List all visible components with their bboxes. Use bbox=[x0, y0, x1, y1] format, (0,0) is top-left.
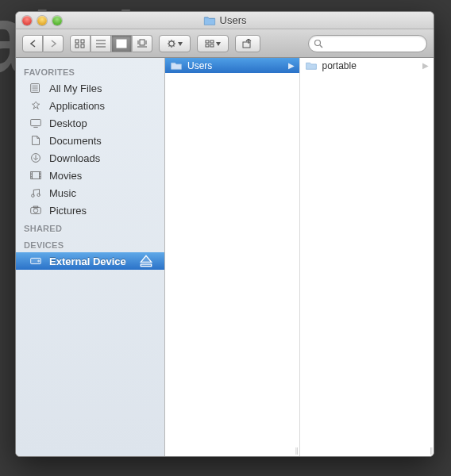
svg-rect-25 bbox=[206, 44, 209, 47]
view-icons-button[interactable] bbox=[70, 35, 91, 52]
finder-window: Users bbox=[15, 11, 434, 457]
search-icon bbox=[314, 39, 323, 48]
view-columns-button[interactable] bbox=[111, 35, 132, 52]
folder-icon bbox=[305, 60, 318, 71]
folder-label: Users bbox=[187, 60, 212, 71]
svg-rect-51 bbox=[141, 264, 151, 267]
svg-rect-34 bbox=[31, 120, 41, 126]
view-list-button[interactable] bbox=[91, 35, 111, 52]
arrange-icon bbox=[204, 39, 222, 48]
chevron-right-icon: ▶ bbox=[422, 61, 429, 70]
gear-icon bbox=[166, 39, 183, 48]
action-group bbox=[159, 35, 191, 52]
window-title-text: Users bbox=[220, 14, 247, 26]
sidebar-item-label: Downloads bbox=[49, 152, 100, 164]
svg-line-19 bbox=[169, 40, 170, 41]
minimize-button[interactable] bbox=[37, 16, 47, 25]
sidebar-item-external-device[interactable]: External Device bbox=[16, 252, 164, 270]
svg-point-47 bbox=[33, 209, 37, 213]
folder-label: portable bbox=[322, 60, 357, 71]
sidebar-item-label: Movies bbox=[49, 170, 82, 182]
svg-line-22 bbox=[169, 45, 170, 46]
view-coverflow-button[interactable] bbox=[132, 35, 152, 52]
list-icon bbox=[95, 39, 106, 48]
sidebar: FAVORITES All My Files Applications Desk… bbox=[16, 58, 165, 456]
action-menu-button[interactable] bbox=[159, 35, 191, 52]
column-2[interactable]: portable ▶ || bbox=[300, 58, 434, 456]
svg-rect-10 bbox=[140, 40, 145, 45]
grid-icon bbox=[75, 39, 86, 48]
desktop-icon bbox=[29, 117, 43, 129]
movies-icon bbox=[29, 169, 43, 182]
svg-line-21 bbox=[174, 40, 175, 41]
column-view: Users ▶ || portable ▶ || bbox=[165, 58, 434, 456]
applications-icon bbox=[29, 99, 43, 112]
svg-rect-27 bbox=[243, 42, 250, 48]
svg-point-44 bbox=[32, 194, 35, 198]
columns-icon bbox=[116, 39, 127, 48]
chevron-left-icon bbox=[29, 40, 37, 48]
sidebar-item-desktop[interactable]: Desktop bbox=[16, 114, 164, 132]
sidebar-item-pictures[interactable]: Pictures bbox=[16, 202, 164, 219]
sidebar-item-music[interactable]: Music bbox=[16, 184, 164, 202]
folder-icon bbox=[203, 15, 216, 26]
sidebar-item-label: External Device bbox=[49, 255, 126, 267]
svg-rect-0 bbox=[75, 40, 79, 43]
svg-point-14 bbox=[169, 40, 174, 45]
window-body: FAVORITES All My Files Applications Desk… bbox=[16, 58, 434, 456]
svg-rect-1 bbox=[81, 40, 84, 43]
svg-rect-24 bbox=[210, 40, 214, 43]
column-resize-handle[interactable]: || bbox=[430, 447, 432, 455]
svg-rect-7 bbox=[117, 40, 126, 48]
folder-row-portable[interactable]: portable ▶ bbox=[300, 58, 434, 73]
downloads-icon bbox=[29, 152, 43, 164]
share-group bbox=[235, 35, 260, 52]
all-my-files-icon bbox=[29, 82, 43, 94]
traffic-lights bbox=[22, 16, 62, 25]
sidebar-item-all-my-files[interactable]: All My Files bbox=[16, 79, 164, 97]
folder-icon bbox=[170, 60, 183, 71]
column-resize-handle[interactable]: || bbox=[295, 447, 298, 455]
share-button[interactable] bbox=[235, 35, 260, 52]
titlebar[interactable]: Users bbox=[16, 12, 434, 29]
music-icon bbox=[29, 186, 43, 199]
coverflow-icon bbox=[137, 39, 148, 48]
sidebar-item-documents[interactable]: Documents bbox=[16, 132, 164, 149]
chevron-right-icon: ▶ bbox=[288, 61, 295, 70]
sidebar-heading-devices[interactable]: DEVICES bbox=[16, 236, 164, 252]
window-title: Users bbox=[16, 14, 434, 26]
search-field[interactable] bbox=[308, 35, 427, 52]
svg-point-28 bbox=[315, 40, 321, 45]
pictures-icon bbox=[29, 204, 43, 217]
share-icon bbox=[241, 39, 254, 48]
eject-icon[interactable] bbox=[139, 255, 153, 267]
svg-line-29 bbox=[320, 45, 322, 48]
sidebar-heading-shared[interactable]: SHARED bbox=[16, 219, 164, 236]
svg-rect-3 bbox=[81, 44, 84, 48]
search-input[interactable] bbox=[326, 39, 422, 48]
folder-row-users[interactable]: Users ▶ bbox=[165, 58, 299, 73]
svg-rect-23 bbox=[206, 40, 209, 43]
svg-line-20 bbox=[174, 45, 175, 46]
sidebar-item-label: Pictures bbox=[49, 205, 87, 217]
column-1[interactable]: Users ▶ || bbox=[165, 58, 300, 456]
sidebar-item-downloads[interactable]: Downloads bbox=[16, 149, 164, 167]
svg-rect-26 bbox=[210, 44, 214, 47]
sidebar-item-label: Desktop bbox=[49, 117, 87, 129]
svg-rect-2 bbox=[75, 44, 79, 48]
sidebar-item-label: Music bbox=[49, 187, 76, 199]
close-button[interactable] bbox=[22, 16, 32, 25]
sidebar-item-label: Documents bbox=[49, 135, 102, 147]
sidebar-item-label: Applications bbox=[49, 100, 105, 112]
sidebar-heading-favorites[interactable]: FAVORITES bbox=[16, 63, 164, 79]
forward-button[interactable] bbox=[43, 35, 64, 52]
arrange-menu-button[interactable] bbox=[197, 35, 229, 52]
sidebar-item-movies[interactable]: Movies bbox=[16, 167, 164, 184]
nav-group bbox=[22, 35, 64, 52]
back-button[interactable] bbox=[22, 35, 43, 52]
zoom-button[interactable] bbox=[52, 16, 62, 25]
documents-icon bbox=[29, 134, 43, 147]
sidebar-item-label: All My Files bbox=[49, 83, 102, 94]
chevron-right-icon bbox=[50, 40, 57, 48]
sidebar-item-applications[interactable]: Applications bbox=[16, 97, 164, 114]
